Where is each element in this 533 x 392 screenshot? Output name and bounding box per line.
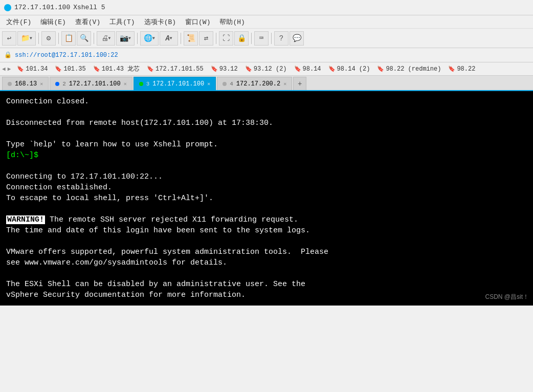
tab-dot-1 xyxy=(8,82,12,86)
toolbar-screenshot-btn[interactable]: 📷▼ xyxy=(116,31,135,46)
title-bar: 172.17.101.100 Xshell 5 xyxy=(0,0,533,15)
toolbar-sep-7 xyxy=(251,33,252,44)
term-line-3: Type `help' to learn how to use Xshell p… xyxy=(6,139,527,150)
tab-close-2[interactable]: ✕ xyxy=(124,81,127,87)
toolbar-font-btn[interactable]: A▼ xyxy=(160,31,178,46)
toolbar-help-btn[interactable]: ? xyxy=(274,31,288,46)
menu-window[interactable]: 窗口(W) xyxy=(181,16,214,28)
toolbar-open-btn[interactable]: 📁▼ xyxy=(17,31,36,46)
term-line-blank-5 xyxy=(6,236,527,247)
tab-num-3: 3 xyxy=(146,81,150,87)
bookmark-icon-7: 🔖 xyxy=(294,66,301,72)
bookmark-icon-6: 🔖 xyxy=(245,66,252,72)
menu-file[interactable]: 文件(F) xyxy=(2,16,35,28)
term-line-10: see www.vmware.com/go/sysadmintools for … xyxy=(6,257,527,268)
tab-172-101-2[interactable]: 2 172.17.101.100 ✕ xyxy=(50,77,132,90)
term-line-blank-4 xyxy=(6,204,527,214)
term-line-11: The ESXi Shell can be disabled by an adm… xyxy=(6,279,527,290)
toolbar-sep-8 xyxy=(271,33,272,44)
term-line-1: Connection closed. xyxy=(6,96,527,107)
term-line-blank-6 xyxy=(6,268,527,279)
term-line-12: vSphere Security documentation for more … xyxy=(6,290,527,300)
title-app: Xshell 5 xyxy=(73,4,105,11)
bookmark-93-12[interactable]: 🔖 93.12 xyxy=(208,64,241,74)
term-line-7: To escape to local shell, press 'Ctrl+Al… xyxy=(6,193,527,204)
terminal[interactable]: Connection closed. Disconnected from rem… xyxy=(0,91,533,306)
toolbar: ↩ 📁▼ ⚙ 📋 🔍 🖨▼ 📷▼ 🌐▼ A▼ 📜 ⇄ ⛶ 🔒 ⌨ ? 💬 xyxy=(0,29,533,48)
bookmark-93-12-2[interactable]: 🔖 93.12 (2) xyxy=(242,64,290,74)
bookmark-icon-1: 🔖 xyxy=(17,66,24,72)
address-bar: 🔒 ssh://root@172.17.101.100:22 xyxy=(0,48,533,62)
menu-help[interactable]: 帮助(H) xyxy=(215,16,249,28)
bookmark-98-14-2[interactable]: 🔖 98.14 (2) xyxy=(325,64,373,74)
bookmark-101-43[interactable]: 🔖 101.43 龙芯 xyxy=(90,63,143,74)
toolbar-sep-2 xyxy=(58,33,59,44)
toolbar-sep-3 xyxy=(94,33,94,44)
menu-tabs[interactable]: 选项卡(B) xyxy=(140,16,180,28)
term-line-blank-3 xyxy=(6,161,527,171)
bookmark-98-22-redmine[interactable]: 🔖 98.22 (redmine) xyxy=(374,64,444,74)
term-line-6: Connection established. xyxy=(6,182,527,193)
tab-close-3[interactable]: ✕ xyxy=(207,81,210,87)
lock-icon: 🔒 xyxy=(4,51,12,59)
tab-168-13[interactable]: 168.13 ✕ xyxy=(2,77,49,90)
watermark: CSDN @昌sit！ xyxy=(485,293,529,301)
term-line-warning: WARNING! The remote SSH server rejected … xyxy=(6,214,527,225)
bookmark-icon-10: 🔖 xyxy=(448,66,455,72)
tab-label-3: 172.17.101.100 xyxy=(152,80,204,88)
bookmark-98-14[interactable]: 🔖 98.14 xyxy=(291,64,324,74)
term-line-4: [d:\~]$ xyxy=(6,150,527,161)
tab-172-200[interactable]: 4 172.17.200.2 ✕ xyxy=(217,77,292,90)
tab-num-4: 4 xyxy=(230,81,233,87)
toolbar-lock-btn[interactable]: 🔒 xyxy=(234,31,249,46)
toolbar-sep-5 xyxy=(181,33,181,44)
bookmark-icon-3: 🔖 xyxy=(93,66,100,72)
term-line-8: The time and date of this login have bee… xyxy=(6,225,527,236)
toolbar-sep-1 xyxy=(38,33,39,44)
bookmark-icon-9: 🔖 xyxy=(377,66,384,72)
toolbar-properties-btn[interactable]: ⚙ xyxy=(41,31,56,46)
menu-bar: 文件(F) 编辑(E) 查看(V) 工具(T) 选项卡(B) 窗口(W) 帮助(… xyxy=(0,15,533,29)
toolbar-sep-4 xyxy=(137,33,138,44)
toolbar-fullscreen-btn[interactable]: ⛶ xyxy=(219,31,233,46)
bookmarks-bar: ◀ ▶ 🔖 101.34 🔖 101.35 🔖 101.43 龙芯 🔖 172.… xyxy=(0,62,533,76)
tab-close-4[interactable]: ✕ xyxy=(283,81,286,87)
toolbar-find-btn[interactable]: 🔍 xyxy=(77,31,91,46)
tab-label-4: 172.17.200.2 xyxy=(236,80,280,88)
bookmark-172-55[interactable]: 🔖 172.17.101.55 xyxy=(144,64,207,74)
toolbar-script-btn[interactable]: 📜 xyxy=(184,31,198,46)
bookmark-icon-5: 🔖 xyxy=(211,66,218,72)
toolbar-chat-btn[interactable]: 💬 xyxy=(290,31,304,46)
bookmark-icon-8: 🔖 xyxy=(328,66,336,72)
tab-dot-2 xyxy=(55,82,59,86)
tab-dot-3 xyxy=(139,82,143,86)
toolbar-globe-btn[interactable]: 🌐▼ xyxy=(140,31,159,46)
toolbar-keyboard-btn[interactable]: ⌨ xyxy=(254,31,269,46)
tabs-bar: 168.13 ✕ 2 172.17.101.100 ✕ 3 172.17.101… xyxy=(0,76,533,91)
bookmark-98-22[interactable]: 🔖 98.22 xyxy=(445,64,478,74)
tab-label-1: 168.13 xyxy=(15,80,37,88)
term-line-9: VMware offers supported, powerful system… xyxy=(6,247,527,257)
tab-close-1[interactable]: ✕ xyxy=(40,81,43,87)
tab-dot-4 xyxy=(223,82,227,86)
toolbar-new-btn[interactable]: ↩ xyxy=(2,31,16,46)
bookmark-nav-back[interactable]: ◀ xyxy=(2,66,6,72)
bookmark-101-35[interactable]: 🔖 101.35 xyxy=(52,64,88,74)
tab-172-101-3[interactable]: 3 172.17.101.100 ✕ xyxy=(134,77,216,90)
menu-tools[interactable]: 工具(T) xyxy=(105,16,139,28)
bookmark-101-34[interactable]: 🔖 101.34 xyxy=(14,64,51,74)
tab-add-btn[interactable]: + xyxy=(293,77,306,90)
bookmark-icon-4: 🔖 xyxy=(147,66,154,72)
bookmark-nav-fwd[interactable]: ▶ xyxy=(8,66,11,72)
toolbar-print-btn[interactable]: 🖨▼ xyxy=(97,31,115,46)
address-input[interactable]: ssh://root@172.17.101.100:22 xyxy=(15,52,118,59)
tab-num-2: 2 xyxy=(62,81,66,87)
warning-badge: WARNING! xyxy=(6,215,45,224)
bookmark-icon-2: 🔖 xyxy=(55,66,62,72)
menu-view[interactable]: 查看(V) xyxy=(71,16,104,28)
toolbar-copy-btn[interactable]: 📋 xyxy=(61,31,76,46)
menu-edit[interactable]: 编辑(E) xyxy=(36,16,70,28)
toolbar-sep-6 xyxy=(216,33,216,44)
toolbar-transfer-btn[interactable]: ⇄ xyxy=(199,31,213,46)
term-line-blank-2 xyxy=(6,128,527,139)
